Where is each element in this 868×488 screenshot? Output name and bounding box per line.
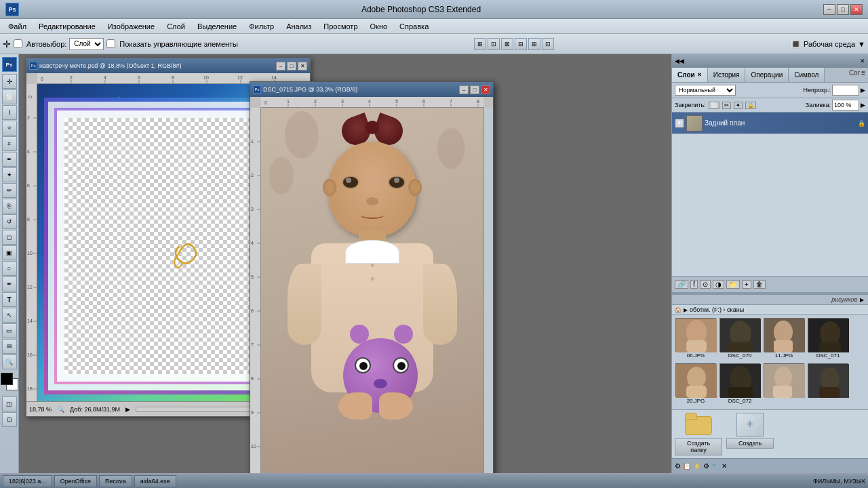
layer-visibility-eye[interactable]: 👁 bbox=[675, 119, 684, 128]
gradient-tool[interactable]: ▣ bbox=[2, 245, 17, 260]
eyedropper-tool[interactable]: ✒ bbox=[2, 152, 17, 167]
rp-btn-6[interactable]: ✕ bbox=[722, 462, 727, 470]
workspace-dropdown[interactable]: ▼ bbox=[858, 40, 865, 48]
dodge-tool[interactable]: ○ bbox=[2, 261, 17, 276]
lock-transparent[interactable]: ⬜ bbox=[709, 102, 719, 109]
blend-mode-select[interactable]: Нормальный bbox=[675, 85, 736, 96]
new-group-btn[interactable]: 📁 bbox=[726, 280, 740, 289]
add-fx-btn[interactable]: f bbox=[690, 280, 698, 289]
delete-layer-btn[interactable]: 🗑 bbox=[753, 280, 766, 289]
doc1-close[interactable]: ✕ bbox=[298, 62, 307, 70]
fill-arrow[interactable]: ▶ bbox=[861, 102, 865, 108]
type-tool[interactable]: T bbox=[2, 292, 17, 307]
doc2-scrollbar-v[interactable] bbox=[484, 108, 493, 473]
menu-analysis[interactable]: Анализ bbox=[281, 21, 317, 32]
lock-all[interactable]: 🔒 bbox=[745, 102, 756, 109]
menu-file[interactable]: Файл bbox=[3, 21, 32, 32]
layer-select[interactable]: Слой bbox=[69, 38, 104, 50]
selection-tool[interactable]: ⬜ bbox=[2, 89, 17, 104]
minimize-button[interactable]: – bbox=[823, 4, 835, 15]
taskbar-item-4[interactable]: aida64.exe bbox=[134, 475, 176, 487]
doc2-minimize[interactable]: – bbox=[459, 85, 469, 94]
menu-layer[interactable]: Слой bbox=[161, 21, 191, 32]
doc2-close[interactable]: ✕ bbox=[481, 85, 490, 94]
shape-tool[interactable]: ▭ bbox=[2, 323, 17, 338]
opacity-input[interactable]: 100 % bbox=[832, 85, 859, 96]
layer-item-background[interactable]: 👁 Задний план 🔒 bbox=[672, 113, 868, 134]
crop-tool[interactable]: ⌗ bbox=[2, 136, 17, 151]
panel-expand-icon[interactable]: ◀◀ bbox=[675, 58, 684, 64]
zoom-tool[interactable]: 🔍 bbox=[2, 354, 17, 369]
maximize-button[interactable]: □ bbox=[837, 4, 849, 15]
doc1-controls[interactable]: – □ ✕ bbox=[276, 62, 307, 70]
screen-mode-tool[interactable]: ⊡ bbox=[2, 412, 17, 427]
menu-select[interactable]: Выделение bbox=[192, 21, 242, 32]
rp-btn-1[interactable]: ⚙ bbox=[675, 462, 681, 470]
photo-item-7[interactable] bbox=[763, 363, 805, 407]
heal-tool[interactable]: ✦ bbox=[2, 167, 17, 182]
link-layers-btn[interactable]: 🔗 bbox=[675, 280, 688, 289]
rp-btn-4[interactable]: ⚙ bbox=[703, 462, 709, 470]
brush-tool[interactable]: ✏ bbox=[2, 183, 17, 198]
menu-help[interactable]: Справка bbox=[394, 21, 434, 32]
doc1-maximize[interactable]: □ bbox=[287, 62, 296, 70]
path-home-icon[interactable]: 🏠 bbox=[675, 307, 682, 313]
move-tool[interactable]: ✛ bbox=[2, 74, 17, 89]
transform-align-5[interactable]: ⊞ bbox=[528, 38, 540, 50]
tab-layers-close[interactable]: ✕ bbox=[697, 72, 702, 78]
photo-item-4[interactable]: DSC_071 bbox=[807, 318, 849, 361]
create-button[interactable]: Создать bbox=[726, 438, 774, 449]
rp-btn-3[interactable]: ⚡ bbox=[693, 462, 701, 470]
close-button[interactable]: ✕ bbox=[850, 4, 863, 15]
menu-filter[interactable]: Фильтр bbox=[243, 21, 279, 32]
photo-item-5[interactable]: 20.JPG bbox=[675, 363, 717, 407]
rp-btn-5[interactable]: 🔧 bbox=[711, 462, 719, 470]
taskbar-item-2[interactable]: OpenOffice bbox=[54, 475, 97, 487]
tab-actions[interactable]: Операции bbox=[745, 68, 789, 82]
clone-tool[interactable]: ⎘ bbox=[2, 199, 17, 214]
transform-align-1[interactable]: ⊞ bbox=[474, 38, 486, 50]
transform-align-6[interactable]: ⊡ bbox=[542, 38, 554, 50]
pen-tool[interactable]: ✒ bbox=[2, 277, 17, 291]
eraser-tool[interactable]: ◻ bbox=[2, 230, 17, 245]
doc2-controls[interactable]: – □ ✕ bbox=[459, 85, 490, 94]
tab-character[interactable]: Символ bbox=[789, 68, 825, 82]
panel-close-icon[interactable]: ✕ bbox=[860, 58, 865, 64]
lock-position[interactable]: ✦ bbox=[734, 102, 743, 109]
menu-image[interactable]: Изображение bbox=[102, 21, 160, 32]
menu-view[interactable]: Просмотр bbox=[318, 21, 363, 32]
path-select-tool[interactable]: ↖ bbox=[2, 308, 17, 323]
doc1-minimize[interactable]: – bbox=[276, 62, 285, 70]
photo-item-3[interactable]: 11.JPG bbox=[763, 318, 805, 361]
new-layer-btn[interactable]: + bbox=[742, 280, 751, 289]
panel-menu-button[interactable]: ≡ bbox=[859, 68, 868, 82]
add-mask-btn[interactable]: ⊙ bbox=[700, 280, 711, 289]
create-folder-button[interactable]: Создать папку bbox=[675, 438, 722, 455]
new-adj-btn[interactable]: ◑ bbox=[713, 280, 724, 289]
taskbar-item-1[interactable]: 182|6|023 а... bbox=[3, 475, 52, 487]
quick-mask-tool[interactable]: ◫ bbox=[2, 396, 17, 411]
opacity-arrow[interactable]: ▶ bbox=[861, 87, 865, 94]
color-swatches[interactable] bbox=[1, 373, 18, 393]
wand-tool[interactable]: ✧ bbox=[2, 121, 17, 136]
window-controls[interactable]: – □ ✕ bbox=[823, 4, 863, 15]
transform-align-2[interactable]: ⊡ bbox=[488, 38, 500, 50]
foreground-color[interactable] bbox=[1, 373, 13, 385]
rp-btn-2[interactable]: 📋 bbox=[683, 462, 691, 470]
menu-edit[interactable]: Редактирование bbox=[33, 21, 101, 32]
history-brush[interactable]: ↺ bbox=[2, 214, 17, 229]
tab-layers[interactable]: Слои ✕ bbox=[672, 68, 708, 82]
transform-align-3[interactable]: ⊠ bbox=[501, 38, 513, 50]
photo-item-6[interactable]: DSC_072 bbox=[719, 363, 761, 407]
photo-item-8[interactable] bbox=[807, 363, 849, 407]
menu-window[interactable]: Окно bbox=[365, 21, 393, 32]
taskbar-item-3[interactable]: Recova bbox=[99, 475, 132, 487]
auto-select-checkbox[interactable] bbox=[14, 39, 22, 48]
doc2-maximize[interactable]: □ bbox=[470, 85, 479, 94]
transform-align-4[interactable]: ⊟ bbox=[515, 38, 527, 50]
notes-tool[interactable]: ✉ bbox=[2, 339, 17, 354]
photo-item-2[interactable]: DSC_070 bbox=[719, 318, 761, 361]
tab-history[interactable]: История bbox=[708, 68, 746, 82]
lasso-tool[interactable]: ⌇ bbox=[2, 105, 17, 120]
fill-input[interactable] bbox=[832, 100, 859, 110]
